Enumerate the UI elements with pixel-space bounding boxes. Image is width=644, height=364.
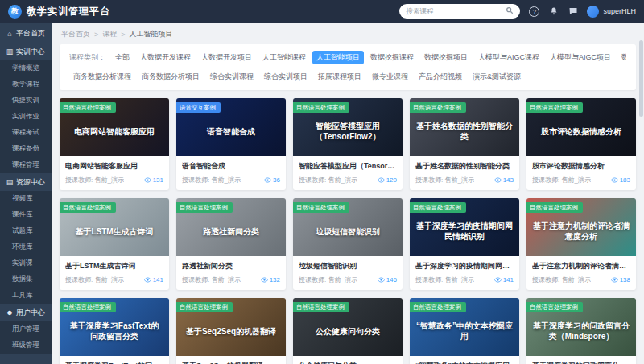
sidebar-item-label: 实训作业 — [12, 112, 39, 122]
breadcrumb-item[interactable]: 课程 — [102, 29, 117, 39]
sidebar-item[interactable]: ▤ 资源中心 — [0, 173, 52, 191]
messages-icon[interactable] — [568, 6, 578, 17]
course-title: 基于Seq2Seq的机器翻译 — [182, 361, 280, 364]
category-chip[interactable]: 综合实训项目 — [260, 70, 312, 84]
course-title: 基于注意力机制的评论者满意度分析 — [532, 261, 630, 271]
sidebar-item-label: 课程管理 — [12, 160, 39, 170]
course-meta: 授课教师: 售前_演示 143 — [415, 176, 514, 184]
sidebar-item[interactable]: 实训作业 — [0, 109, 52, 125]
course-card[interactable]: 自然语言处理案例 电商网站智能客服应用 电商网站智能客服应用 授课教师: 售前_… — [60, 98, 169, 190]
category-chip[interactable]: 综合实训课程 — [206, 70, 258, 84]
scrollbar[interactable] — [639, 40, 643, 362]
search-icon[interactable] — [506, 6, 514, 16]
course-card[interactable]: 自然语言处理案例 基于LSTM生成古诗词 基于LSTM生成古诗词 授课教师: 售… — [60, 198, 169, 290]
course-tag-ribbon: 自然语言处理案例 — [410, 202, 466, 213]
sidebar-item[interactable]: 课程管理 — [0, 157, 52, 173]
course-card-footer: 语音智能合成 授课教师: 售前_演示 36 — [176, 156, 286, 190]
sidebar-item-label: 快捷实训 — [12, 96, 39, 105]
course-card[interactable]: 自然语言处理案例 垃圾短信智能识别 垃圾短信智能识别 授课教师: 售前_演示 1… — [293, 198, 402, 290]
sidebar-item[interactable]: ⌂ 平台首页 — [0, 24, 52, 43]
sidebar-item[interactable]: 实训课 — [0, 255, 52, 271]
category-chip[interactable]: 拓展课程项目 — [314, 70, 365, 84]
sidebar-item-label: 平台首页 — [16, 28, 45, 39]
category-chip[interactable]: 演示&测试资源 — [469, 70, 525, 84]
sidebar-item[interactable]: 教学课程 — [0, 77, 52, 93]
view-count: 138 — [611, 276, 630, 283]
category-chip[interactable]: 商务数据分析项目 — [138, 70, 204, 84]
course-search[interactable] — [399, 4, 520, 19]
avatar[interactable] — [587, 6, 599, 18]
thumbnail-title: 基于LSTM生成古诗词 — [75, 226, 153, 237]
top-header: 教 教学实训管理平台 ? superHLH — [0, 0, 644, 23]
thumbnail-title: 基于注意力机制的评论者满意度分析 — [533, 221, 630, 242]
course-card[interactable]: 自然语言处理案例 路透社新闻分类 路透社新闻分类 授课教师: 售前_演示 132 — [176, 198, 286, 290]
sidebar-item[interactable]: ▥ 实训中心 — [0, 43, 52, 60]
category-chip[interactable]: 数学建模项目 — [617, 51, 626, 64]
sidebar-item[interactable]: 视频库 — [0, 191, 52, 207]
sidebar-item[interactable]: 课程考试 — [0, 125, 52, 141]
course-title: 电商网站智能客服应用 — [65, 161, 163, 172]
category-chip[interactable]: 人工智能课程 — [258, 51, 310, 64]
sidebar-item[interactable]: 工具库 — [0, 287, 52, 304]
course-card[interactable]: 自然语言处理案例 基于深度学习FastText的问政留言分类 基于深度学习Fas… — [60, 298, 169, 364]
category-chip[interactable]: 商务数据分析课程 — [69, 70, 135, 84]
course-title: 股市评论数据情感分析 — [532, 161, 630, 172]
course-card[interactable]: 自然语言处理案例 公众健康问句分类 公众健康问句分类 授课教师: 售前_演示 — [293, 298, 402, 364]
course-card[interactable]: 自然语言处理案例 基于深度学习的疫情期间网民情绪识别 基于深度学习的疫情期间网民… — [410, 198, 519, 290]
sidebar-item[interactable]: 课程备份 — [0, 141, 52, 157]
course-card[interactable]: 自然语言处理案例 股市评论数据情感分析 股市评论数据情感分析 授课教师: 售前_… — [526, 98, 636, 190]
course-card-footer: 垃圾短信智能识别 授课教师: 售前_演示 146 — [293, 256, 402, 290]
course-card[interactable]: 语音交互案例 语音智能合成 语音智能合成 授课教师: 售前_演示 36 — [176, 98, 286, 190]
course-tag-ribbon: 自然语言处理案例 — [410, 302, 466, 312]
sidebar-item-label: 视频库 — [12, 194, 33, 204]
username[interactable]: superHLH — [603, 7, 636, 15]
logo-glyph: 教 — [11, 6, 19, 17]
course-card[interactable]: 自然语言处理案例 智能应答模型应用（TensorFlow2） 智能应答模型应用（… — [293, 98, 402, 190]
category-chip[interactable]: 大数据开发项目 — [197, 51, 256, 64]
sidebar-item[interactable]: 课件库 — [0, 207, 52, 223]
sidebar-item[interactable]: 班级管理 — [0, 337, 52, 354]
course-card-footer: 基于深度学习的疫情期间网民情绪识别 授课教师: 售前_演示 141 — [410, 256, 519, 290]
course-card-footer: 基于深度学习的问政留言分类（Mindspore） 授课教师: 售前_演示 — [526, 356, 636, 364]
filter-label: 课程类别： — [69, 52, 105, 63]
course-thumbnail: 自然语言处理案例 股市评论数据情感分析 — [526, 98, 636, 156]
scrollbar-thumb[interactable] — [639, 40, 643, 117]
notifications-bell-icon[interactable] — [548, 6, 559, 17]
sidebar-item-label: 实训中心 — [16, 47, 45, 57]
category-chip[interactable]: 数据挖掘课程 — [366, 51, 418, 64]
breadcrumb-item: 人工智能项目 — [130, 29, 173, 39]
search-input[interactable] — [406, 7, 506, 15]
sidebar-item[interactable]: ☻ 用户中心 — [0, 304, 52, 321]
category-chip[interactable]: 产品介绍视频 — [415, 70, 466, 84]
sidebar-item[interactable]: 用户管理 — [0, 321, 52, 337]
course-teacher: 授课教师: 售前_演示 — [299, 275, 357, 284]
breadcrumb-separator: > — [121, 31, 125, 39]
course-card[interactable]: 自然语言处理案例 基于深度学习的问政留言分类（Mindspore） 基于深度学习… — [526, 298, 636, 364]
course-card[interactable]: 自然语言处理案例 基于姓名数据的性别智能分类 基于姓名数据的性别智能分类 授课教… — [410, 98, 519, 190]
course-card[interactable]: 自然语言处理案例 基于注意力机制的评论者满意度分析 基于注意力机制的评论者满意度… — [526, 198, 636, 290]
course-meta: 授课教师: 售前_演示 141 — [65, 275, 163, 284]
sidebar-item[interactable]: 数据集 — [0, 271, 52, 287]
category-chip[interactable]: 数据挖掘项目 — [420, 51, 472, 64]
view-count-number: 131 — [153, 176, 163, 184]
course-card[interactable]: 自然语言处理案例 基于Seq2Seq的机器翻译 基于Seq2Seq的机器翻译 授… — [176, 298, 286, 364]
category-chip[interactable]: 大数据开发课程 — [136, 51, 195, 64]
course-card-footer: 基于姓名数据的性别智能分类 授课教师: 售前_演示 143 — [410, 156, 519, 190]
category-chip[interactable]: 大模型与AIGC项目 — [546, 51, 615, 64]
course-card[interactable]: 自然语言处理案例 “智慧政务”中的文本挖掘应用 “智慧政务”中的文本挖掘应用 授… — [410, 298, 519, 364]
sidebar-item[interactable]: 学情概览 — [0, 60, 52, 77]
view-count-number: 143 — [503, 176, 514, 184]
sidebar-item[interactable]: 试题库 — [0, 223, 52, 239]
category-chip[interactable]: 人工智能项目 — [312, 51, 364, 64]
eye-icon — [611, 176, 618, 184]
eye-icon — [611, 276, 618, 283]
breadcrumb-item[interactable]: 平台首页 — [61, 29, 90, 39]
help-icon[interactable]: ? — [529, 6, 539, 17]
sidebar-item[interactable]: 快捷实训 — [0, 93, 52, 109]
sidebar-item[interactable]: 环境库 — [0, 239, 52, 255]
course-tag-ribbon: 自然语言处理案例 — [60, 102, 116, 113]
category-chip[interactable]: 大模型与AIGC课程 — [474, 51, 543, 64]
category-chip[interactable]: 全部 — [111, 51, 134, 64]
category-chip[interactable]: 微专业课程 — [368, 70, 412, 84]
course-card-footer: 智能应答模型应用（TensorFlow2） 授课教师: 售前_演示 120 — [293, 156, 402, 190]
